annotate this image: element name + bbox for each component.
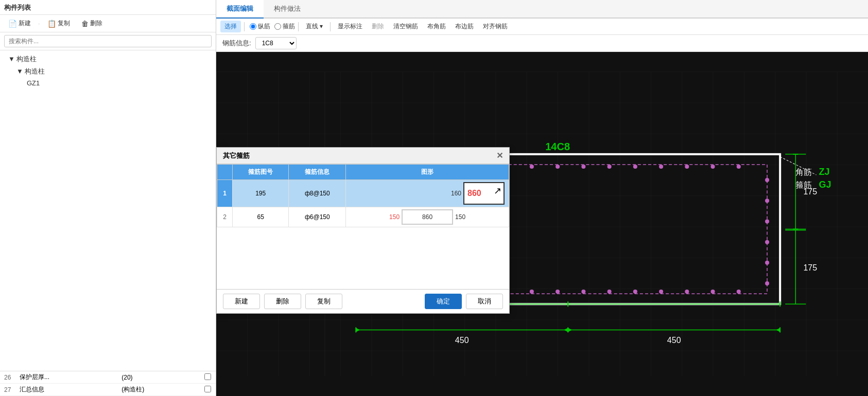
row2-num: 65 <box>233 207 289 227</box>
drawing-toolbar: 选择 纵筋 箍筋 直线 ▾ 显示标注 删除 清空钢筋 布角筋 布边筋 对齐钢筋 <box>216 19 868 35</box>
tree-item-gz1[interactable]: GZ1 <box>19 78 216 88</box>
row2-shape: 150 860 150 <box>346 207 509 227</box>
svg-point-27 <box>555 290 560 294</box>
svg-point-33 <box>711 290 715 294</box>
dialog-footer-left: 新建 删除 复制 <box>223 294 342 309</box>
row-check-27[interactable] <box>200 384 216 396</box>
svg-point-42 <box>765 199 769 203</box>
table-row: 27 汇总信息 (构造柱) <box>0 384 216 396</box>
tool-select[interactable]: 选择 <box>220 21 241 32</box>
cad-drawing-area: 14C8 7C6 角筋 箍筋 ZJ GJ 175 <box>216 52 868 396</box>
svg-point-19 <box>737 165 741 169</box>
svg-point-29 <box>607 290 612 294</box>
row-check-26[interactable] <box>200 371 216 384</box>
delete-label: 删除 <box>90 19 102 28</box>
dialog-title: 其它箍筋 <box>223 151 250 160</box>
table-row: 26 保护层厚... (20) <box>0 371 216 384</box>
svg-point-18 <box>711 165 715 169</box>
dialog-title-bar: 其它箍筋 ✕ <box>217 148 509 164</box>
tree-item-gouzhu-2[interactable]: ▼ 构造柱 <box>8 65 216 78</box>
dialog-ok-button[interactable]: 确定 <box>425 294 462 309</box>
tool-erase[interactable]: 删除 <box>368 21 388 32</box>
tool-corner-rebar[interactable]: 布角筋 <box>423 21 450 32</box>
delete-icon: 🗑 <box>81 20 89 28</box>
dialog-new-button[interactable]: 新建 <box>223 294 260 309</box>
tab-component-method[interactable]: 构件做法 <box>264 0 311 17</box>
dialog-table: 箍筋图号 箍筋信息 图形 1 195 ф8@150 <box>217 164 509 227</box>
dialog-footer: 新建 删除 复制 确定 取消 <box>217 289 509 313</box>
row1-info: ф8@150 <box>289 180 346 207</box>
svg-point-46 <box>765 281 769 285</box>
dialog-table-body: 1 195 ф8@150 160 860 ↗ <box>217 180 509 227</box>
divider-1 <box>244 22 245 31</box>
svg-point-14 <box>607 165 612 169</box>
tool-line[interactable]: 直线 ▾ <box>302 21 327 32</box>
svg-point-43 <box>765 219 769 223</box>
divider-3 <box>330 22 331 31</box>
dialog-copy-button[interactable]: 复制 <box>305 294 342 309</box>
svg-text:ZJ: ZJ <box>819 167 830 177</box>
component-list-header: 构件列表 <box>0 0 216 15</box>
other-stirrup-dialog: 其它箍筋 ✕ 箍筋图号 箍筋信息 图形 <box>216 147 510 314</box>
dialog-close-button[interactable]: ✕ <box>496 151 503 160</box>
row2-shape-right: 150 <box>455 213 465 221</box>
col-header-num <box>217 165 233 180</box>
radio-group: 纵筋 箍筋 <box>250 22 295 31</box>
row1-shape-left: 160 <box>451 190 461 197</box>
row2-id: 2 <box>217 207 233 227</box>
svg-point-31 <box>659 290 663 294</box>
row1-diag-icon: ↗ <box>494 185 501 196</box>
dialog-cancel-button[interactable]: 取消 <box>466 294 503 309</box>
component-toolbar: 📄 新建 · 📋 复制 🗑 删除 <box>0 15 216 32</box>
tool-show-mark[interactable]: 显示标注 <box>334 21 367 32</box>
svg-point-12 <box>555 165 560 169</box>
row-label-27: 汇总信息 <box>15 384 117 396</box>
row2-shape-left: 150 <box>389 213 400 221</box>
dialog-delete-button[interactable]: 删除 <box>264 294 301 309</box>
svg-point-17 <box>685 165 689 169</box>
radio-longitudinal[interactable]: 纵筋 <box>250 22 270 31</box>
svg-point-15 <box>633 165 637 169</box>
row-value-26: (20) <box>117 371 200 384</box>
tool-align-rebar[interactable]: 对齐钢筋 <box>479 21 512 32</box>
svg-text:450: 450 <box>455 335 469 345</box>
svg-point-41 <box>765 178 769 182</box>
svg-point-16 <box>659 165 663 169</box>
rebar-info-label: 钢筋信息: <box>222 39 251 48</box>
rebar-info-row: 钢筋信息: 1C8 2C8 3C8 <box>216 35 868 52</box>
tab-cross-section[interactable]: 截面编辑 <box>216 0 264 19</box>
row-num-27: 27 <box>0 384 15 396</box>
svg-point-13 <box>581 165 585 169</box>
radio-stirrup[interactable]: 箍筋 <box>274 22 295 31</box>
row-num-26: 26 <box>0 371 15 384</box>
row2-info: ф6@150 <box>289 207 346 227</box>
svg-point-32 <box>685 290 689 294</box>
row2-shape-mid: 860 <box>422 213 432 221</box>
svg-point-45 <box>765 261 769 265</box>
top-tab-bar: 截面编辑 构件做法 <box>216 0 868 19</box>
tree-item-gouzhu-1[interactable]: ▼ 构造柱 <box>0 53 216 65</box>
dialog-empty-area <box>217 227 509 289</box>
new-icon: 📄 <box>8 20 17 28</box>
tool-clear-rebar[interactable]: 清空钢筋 <box>389 21 422 32</box>
row-value-27: (构造柱) <box>117 384 200 396</box>
copy-button[interactable]: 📋 复制 <box>43 17 74 29</box>
bottom-table: 26 保护层厚... (20) 27 汇总信息 (构造柱) <box>0 371 216 396</box>
new-button[interactable]: 📄 新建 <box>4 17 35 29</box>
dialog-row-1[interactable]: 1 195 ф8@150 160 860 ↗ <box>217 180 509 207</box>
tree-area: ▼ 构造柱 ▼ 构造柱 GZ1 <box>0 50 216 371</box>
tool-edge-rebar[interactable]: 布边筋 <box>451 21 478 32</box>
left-panel: 构件列表 📄 新建 · 📋 复制 🗑 删除 ▼ 构造柱 <box>0 0 216 396</box>
svg-point-11 <box>530 165 534 169</box>
svg-text:450: 450 <box>667 335 681 345</box>
svg-point-30 <box>633 290 637 294</box>
col-header-info: 箍筋信息 <box>289 165 346 180</box>
search-input[interactable] <box>4 35 212 47</box>
col-header-shape: 图形 <box>346 165 509 180</box>
svg-point-44 <box>765 240 769 244</box>
row1-num: 195 <box>233 180 289 207</box>
dialog-row-2[interactable]: 2 65 ф6@150 150 860 150 <box>217 207 509 227</box>
divider-2 <box>298 22 299 31</box>
rebar-select[interactable]: 1C8 2C8 3C8 <box>255 37 297 49</box>
delete-button[interactable]: 🗑 删除 <box>77 17 107 29</box>
